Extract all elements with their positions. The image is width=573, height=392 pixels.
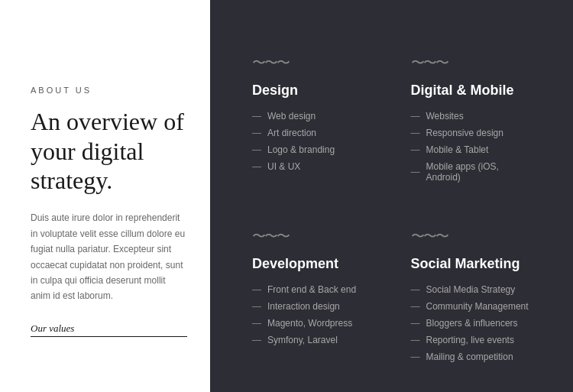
list-item: Social Media Strategy [411, 284, 532, 295]
wave-icon-development: 〜〜〜 [252, 227, 373, 245]
digital-mobile-title: Digital & Mobile [411, 83, 532, 99]
list-item: Symfony, Laravel [252, 335, 373, 345]
social-marketing-section: 〜〜〜 Social Marketing Social Media Strate… [392, 204, 551, 384]
right-panel: 〜〜〜 Design Web design Art direction Logo… [210, 0, 573, 392]
design-title: Design [252, 83, 373, 99]
main-heading: An overview of your digital strategy. [31, 107, 187, 195]
list-item: Mobile apps (iOS, Android) [411, 161, 532, 183]
digital-mobile-section: 〜〜〜 Digital & Mobile Websites Responsive… [392, 31, 551, 204]
list-item: Logo & branding [252, 144, 373, 155]
list-item: Magento, Wordpress [252, 318, 373, 329]
development-list: Front end & Back end Interaction design … [252, 284, 373, 345]
list-item: Interaction design [252, 301, 373, 312]
list-item: Reporting, live events [411, 335, 532, 345]
social-marketing-title: Social Marketing [411, 256, 532, 272]
social-marketing-list: Social Media Strategy Community Manageme… [411, 284, 532, 362]
list-item: Responsive design [411, 128, 532, 138]
list-item: Art direction [252, 128, 373, 138]
list-item: Community Management [411, 301, 532, 312]
development-title: Development [252, 256, 373, 272]
list-item: Mailing & competition [411, 352, 532, 362]
about-label: ABOUT US [31, 86, 187, 95]
list-item: Web design [252, 111, 373, 121]
description-text: Duis aute irure dolor in reprehenderit i… [31, 210, 187, 303]
list-item: Websites [411, 111, 532, 121]
wave-icon-digital: 〜〜〜 [411, 53, 532, 72]
wave-icon-social: 〜〜〜 [411, 227, 532, 245]
left-panel: ABOUT US An overview of your digital str… [0, 0, 210, 392]
list-item: UI & UX [252, 161, 373, 172]
list-item: Front end & Back end [252, 284, 373, 295]
digital-mobile-list: Websites Responsive design Mobile & Tabl… [411, 111, 532, 183]
list-item: Bloggers & influencers [411, 318, 532, 329]
our-values-link[interactable]: Our values [31, 322, 187, 337]
design-list: Web design Art direction Logo & branding… [252, 111, 373, 172]
wave-icon-design: 〜〜〜 [252, 53, 373, 72]
list-item: Mobile & Tablet [411, 144, 532, 155]
development-section: 〜〜〜 Development Front end & Back end Int… [233, 204, 392, 384]
design-section: 〜〜〜 Design Web design Art direction Logo… [233, 31, 392, 204]
